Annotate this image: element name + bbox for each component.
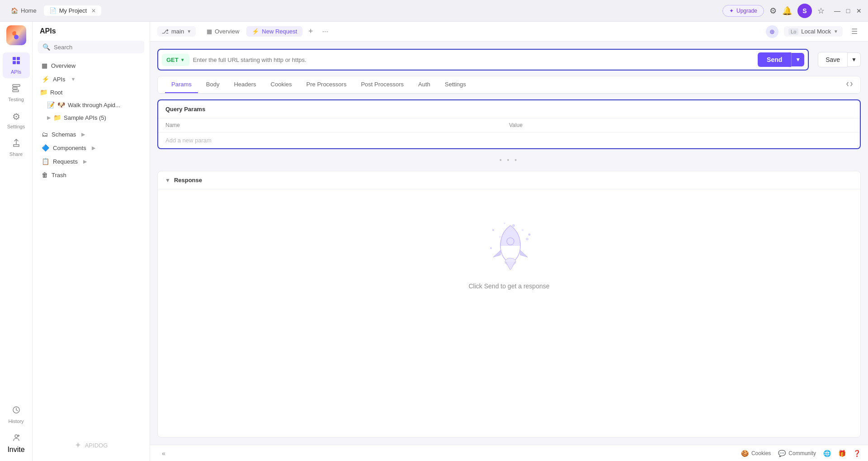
- hamburger-button[interactable]: ☰: [848, 25, 861, 38]
- env-selector[interactable]: Lo Local Mock ▼: [784, 26, 843, 37]
- method-selector[interactable]: GET ▼: [162, 54, 189, 66]
- value-header-text: Value: [509, 122, 523, 128]
- sidebar-item-testing[interactable]: Testing: [3, 80, 30, 106]
- cookies-label: Cookies: [751, 450, 771, 456]
- home-icon: 🏠: [11, 7, 18, 14]
- sidebar-requests[interactable]: 📋 Requests ▶: [34, 155, 148, 168]
- svg-point-11: [15, 435, 18, 437]
- upgrade-label: Upgrade: [736, 8, 757, 14]
- env-arrow: ▼: [834, 29, 838, 34]
- avatar[interactable]: S: [797, 4, 812, 18]
- bottom-right: 🍪 Cookies 💬 Community 🌐 🎁 ❓: [741, 450, 861, 457]
- tree-sample-apis[interactable]: ▶ 📁 Sample APIs (5): [33, 111, 150, 124]
- url-bar: GET ▼ Send ▼: [157, 49, 809, 71]
- tab-params-label: Params: [171, 81, 192, 88]
- community-button[interactable]: 💬 Community: [778, 450, 816, 457]
- search-input[interactable]: [54, 44, 140, 51]
- globe-icon: 🌐: [823, 450, 831, 457]
- send-dropdown-button[interactable]: ▼: [791, 53, 804, 66]
- tab-body[interactable]: Body: [200, 76, 226, 93]
- branch-selector[interactable]: ⎇ main ▼: [157, 26, 196, 37]
- window-controls: — □ ✕: [834, 7, 863, 14]
- send-button-group: Send ▼: [758, 52, 804, 67]
- cookies-button[interactable]: 🍪 Cookies: [741, 450, 771, 457]
- sidebar-item-history[interactable]: History: [3, 402, 30, 428]
- settings-icon[interactable]: ⚙: [769, 6, 777, 16]
- sidebar-schemas[interactable]: 🗂 Schemas ▶: [34, 127, 148, 141]
- notifications-icon[interactable]: 🔔: [782, 6, 792, 16]
- apidog-logo: ✦ APIDOG: [33, 435, 150, 456]
- tree-root[interactable]: 📁 Root: [33, 86, 150, 99]
- bottom-bar: « 🍪 Cookies 💬 Community 🌐 🎁: [150, 445, 868, 461]
- tab-params[interactable]: Params: [165, 76, 198, 93]
- minimize-button[interactable]: —: [834, 7, 841, 14]
- env-prefix: Lo: [788, 28, 798, 35]
- tab-cookies[interactable]: Cookies: [264, 76, 298, 93]
- sidebar-nav-overview[interactable]: ▦ Overview: [34, 59, 148, 72]
- send-main-button[interactable]: Send: [758, 52, 791, 67]
- share-icon: [12, 138, 21, 150]
- apis-nav-arrow: ▼: [71, 76, 75, 82]
- svg-rect-7: [13, 85, 20, 86]
- sidebar-nav-apis[interactable]: ⚡ APIs ▼: [34, 72, 148, 86]
- tab-pre-processors[interactable]: Pre Processors: [300, 76, 353, 93]
- hamburger-icon: ☰: [851, 27, 858, 36]
- tab-post-processors[interactable]: Post Processors: [354, 76, 410, 93]
- icon-sidebar: APIs Testing ⚙ Settings Share: [0, 22, 33, 461]
- response-title: Response: [174, 177, 202, 183]
- tab-home[interactable]: 🏠 Home: [5, 5, 42, 16]
- bottom-left: «: [157, 447, 170, 460]
- tab-settings-label: Settings: [445, 81, 466, 88]
- globe-button[interactable]: 🌐: [823, 450, 831, 457]
- gift-button[interactable]: 🎁: [838, 450, 846, 457]
- sidebar-item-invite[interactable]: Invite: [3, 429, 30, 457]
- maximize-button[interactable]: □: [844, 7, 852, 14]
- svg-rect-4: [17, 57, 20, 60]
- close-button[interactable]: ✕: [855, 7, 863, 14]
- branch-name: main: [171, 28, 184, 35]
- more-tabs-button[interactable]: ···: [319, 25, 331, 38]
- tab-headers-label: Headers: [234, 81, 256, 88]
- tab-auth[interactable]: Auth: [412, 76, 437, 93]
- folder-root-icon: 📁: [40, 89, 47, 96]
- avatar-initial: S: [802, 7, 807, 14]
- sidebar-components[interactable]: 🔷 Components ▶: [34, 141, 148, 155]
- tab-new-request[interactable]: ⚡ New Request: [246, 26, 302, 37]
- content-header: ⎇ main ▼ ▦ Overview ⚡ New Request + ··· …: [150, 22, 868, 42]
- share-label: Share: [9, 151, 23, 157]
- sidebar-item-apis[interactable]: APIs: [3, 52, 30, 78]
- sidebar-item-settings[interactable]: ⚙ Settings: [3, 108, 30, 133]
- tree-walkthrough[interactable]: 📝 🐶 Walk through Apid...: [33, 99, 150, 111]
- tab-headers[interactable]: Headers: [227, 76, 262, 93]
- collapse-sidebar-button[interactable]: «: [157, 447, 170, 460]
- tab-project[interactable]: 📄 My Project ✕: [44, 5, 101, 16]
- add-tab-button[interactable]: +: [304, 25, 317, 38]
- url-input[interactable]: [193, 56, 754, 63]
- request-tabs: Params Body Headers Cookies Pre Processo…: [157, 76, 861, 94]
- sidebar-search-box[interactable]: 🔍: [38, 41, 144, 53]
- left-sidebar: APIs 🔍 ▦ Overview ⚡ APIs ▼ 📁 Root 📝 🐶 Wa…: [33, 22, 150, 461]
- save-main-button[interactable]: Save: [818, 52, 848, 67]
- new-request-label: New Request: [262, 28, 297, 35]
- name-column-header: Name: [165, 122, 509, 128]
- more-tabs-icon: ···: [322, 28, 328, 36]
- env-status-button[interactable]: ⊕: [766, 25, 778, 38]
- tab-body-label: Body: [206, 81, 220, 88]
- bookmark-icon[interactable]: ☆: [817, 6, 825, 16]
- new-request-icon: ⚡: [252, 28, 259, 35]
- add-param-row[interactable]: Add a new param: [158, 132, 860, 148]
- upgrade-button[interactable]: ✦ Upgrade: [722, 5, 764, 17]
- help-button[interactable]: ❓: [853, 450, 861, 457]
- response-header[interactable]: ▼ Response: [158, 171, 860, 189]
- overview-tab-icon: ▦: [207, 28, 212, 35]
- tab-overview[interactable]: ▦ Overview: [201, 26, 245, 37]
- svg-point-20: [499, 236, 501, 238]
- sidebar-item-share[interactable]: Share: [3, 135, 30, 160]
- apidog-logo-icon: ✦: [75, 440, 81, 450]
- code-view-button[interactable]: [846, 80, 853, 89]
- sidebar-trash[interactable]: 🗑 Trash: [34, 168, 148, 182]
- tree-root-label: Root: [50, 89, 62, 96]
- tab-close-button[interactable]: ✕: [91, 8, 96, 14]
- save-dropdown-button[interactable]: ▼: [848, 52, 861, 67]
- tab-settings[interactable]: Settings: [439, 76, 472, 93]
